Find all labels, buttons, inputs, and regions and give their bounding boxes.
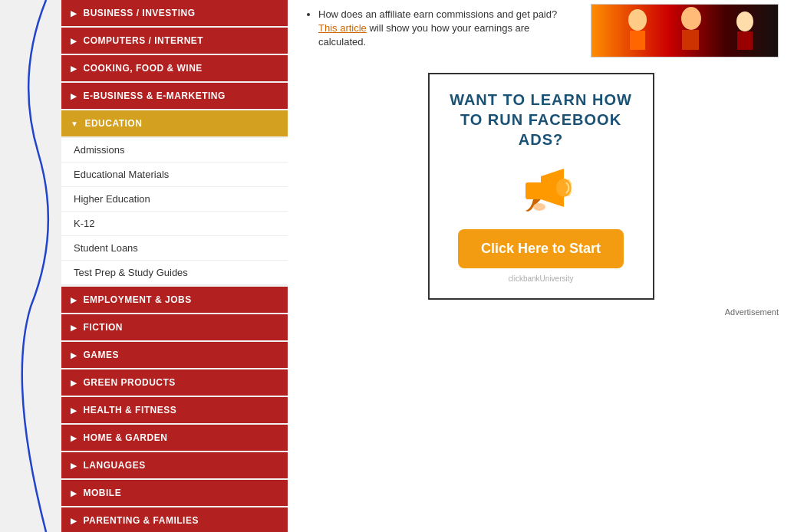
ad-title: WANT TO LEARN HOW TO RUN FACEBOOK ADS? (441, 90, 641, 149)
svg-rect-8 (525, 182, 542, 199)
sidebar-item-employment-jobs[interactable]: ▶ Employment & Jobs (61, 287, 288, 313)
sidebar-item-label: E-Business & E-Marketing (84, 90, 226, 101)
sidebar-item-label: Cooking, Food & Wine (84, 63, 203, 74)
chevron-right-icon: ▶ (71, 37, 77, 45)
ad-footer-text: clickbankUniversity (441, 274, 641, 283)
sidebar-item-label: Green Products (84, 377, 176, 388)
content-area: How does an affiliate earn commissions a… (303, 0, 779, 317)
sidebar-item-languages[interactable]: ▶ Languages (61, 452, 288, 478)
sidebar-item-games[interactable]: ▶ Games (61, 342, 288, 368)
sidebar-item-label: Employment & Jobs (84, 294, 192, 305)
svg-point-10 (533, 203, 545, 211)
sidebar-item-label: Business / Investing (84, 8, 196, 18)
sidebar-item-fiction[interactable]: ▶ Fiction (61, 314, 288, 340)
affiliate-question-text: How does an affiliate earn commissions a… (318, 8, 557, 20)
sidebar-item-health-fitness[interactable]: ▶ Health & Fitness (61, 397, 288, 423)
sidebar-item-label: Parenting & Families (84, 515, 199, 526)
sidebar-item-label: Games (84, 350, 120, 360)
svg-point-3 (681, 7, 701, 30)
ad-megaphone-container (441, 161, 641, 225)
sidebar-item-computers-internet[interactable]: ▶ Computers / Internet (61, 28, 288, 54)
chevron-right-icon: ▶ (71, 92, 77, 100)
chevron-right-icon: ▶ (71, 351, 77, 360)
ad-label: Advertisement (303, 307, 779, 317)
chevron-right-icon: ▶ (71, 9, 77, 18)
submenu-item-educational-materials[interactable]: Educational Materials (61, 163, 288, 187)
chevron-right-icon: ▶ (71, 323, 77, 332)
top-image (591, 4, 779, 57)
sidebar-item-label: Home & Garden (84, 432, 168, 443)
sidebar-item-cooking-food-wine[interactable]: ▶ Cooking, Food & Wine (61, 55, 288, 81)
chevron-right-icon: ▶ (71, 489, 77, 498)
ad-click-here-button[interactable]: Click Here to Start (458, 229, 624, 268)
submenu-item-admissions[interactable]: Admissions (61, 138, 288, 163)
affiliate-link[interactable]: This article (318, 22, 367, 34)
chevron-right-icon: ▶ (71, 406, 77, 415)
svg-point-1 (628, 9, 647, 31)
submenu-item-higher-education[interactable]: Higher Education (61, 187, 288, 212)
main-content: How does an affiliate earn commissions a… (288, 0, 794, 532)
chevron-down-icon: ▼ (71, 120, 78, 128)
affiliate-question-item: How does an affiliate earn commissions a… (318, 8, 575, 50)
submenu-item-student-loans[interactable]: Student Loans (61, 236, 288, 261)
sidebar-item-home-garden[interactable]: ▶ Home & Garden (61, 425, 288, 451)
top-area: How does an affiliate earn commissions a… (303, 4, 779, 61)
chevron-right-icon: ▶ (71, 517, 77, 525)
sidebar-item-label: Education (84, 118, 142, 129)
svg-rect-6 (737, 31, 753, 50)
hero-image-svg (591, 5, 779, 57)
sidebar-item-label: Languages (84, 460, 146, 471)
sidebar-item-label: Computers / Internet (84, 35, 204, 46)
sidebar-item-business-investing[interactable]: ▶ Business / Investing (61, 0, 288, 26)
megaphone-icon (510, 161, 572, 222)
sidebar: ▶ Business / Investing ▶ Computers / Int… (61, 0, 288, 532)
chevron-right-icon: ▶ (71, 434, 77, 442)
left-decoration (0, 0, 61, 532)
chevron-right-icon: ▶ (71, 379, 77, 387)
ad-banner: WANT TO LEARN HOW TO RUN FACEBOOK ADS? (428, 73, 654, 300)
sidebar-item-mobile[interactable]: ▶ Mobile (61, 480, 288, 506)
affiliate-list: How does an affiliate earn commissions a… (318, 8, 575, 50)
sidebar-item-label: Health & Fitness (84, 405, 177, 415)
chevron-right-icon: ▶ (71, 296, 77, 304)
submenu-item-k12[interactable]: K-12 (61, 212, 288, 236)
svg-rect-2 (630, 31, 645, 50)
sidebar-item-ebusiness-emarketing[interactable]: ▶ E-Business & E-Marketing (61, 83, 288, 109)
decorative-curve-svg (0, 0, 61, 532)
svg-point-5 (736, 11, 753, 31)
sidebar-item-green-products[interactable]: ▶ Green Products (61, 369, 288, 396)
svg-rect-4 (682, 30, 699, 50)
submenu-item-test-prep[interactable]: Test Prep & Study Guides (61, 261, 288, 285)
sidebar-item-label: Mobile (84, 488, 122, 498)
sidebar-item-label: Fiction (84, 322, 124, 333)
sidebar-item-education[interactable]: ▼ Education (61, 110, 288, 136)
chevron-right-icon: ▶ (71, 64, 77, 73)
chevron-right-icon: ▶ (71, 461, 77, 470)
sidebar-item-parenting-families[interactable]: ▶ Parenting & Families (61, 507, 288, 532)
education-submenu: Admissions Educational Materials Higher … (61, 138, 288, 285)
affiliate-info: How does an affiliate earn commissions a… (303, 4, 575, 61)
